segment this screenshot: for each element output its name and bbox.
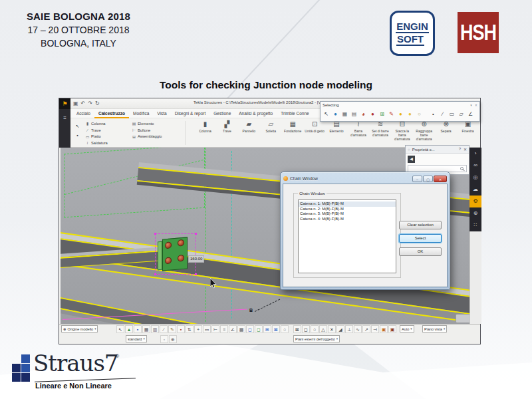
origin-target-icon[interactable]: ⊕ [169,335,177,343]
snap-mid-icon[interactable]: ≡ [220,325,228,333]
rect-snap-icon[interactable]: ▭ [448,109,456,120]
cloud-icon[interactable]: ☁ [469,184,481,196]
snap-perp-icon[interactable]: ⊢ [211,325,219,333]
colonna-item[interactable]: ▮Colonna [85,120,108,127]
snap-blue-icon[interactable]: ◻ [246,325,254,333]
snap-point-icon[interactable]: ▪ [177,325,185,333]
copy-icon[interactable]: ⊞ [378,109,386,120]
filter-arrow-icon[interactable]: ↗ [362,325,370,333]
snap-green-icon[interactable]: ◻ [255,325,263,333]
filter-corner-icon[interactable]: ◢ [336,325,344,333]
pen-icon[interactable]: ✎ [387,109,396,120]
bulb-off-icon[interactable]: ○ [415,109,424,120]
ok-button[interactable]: OK [399,247,442,256]
tab-disegni-report[interactable]: Disegni & report [171,109,210,118]
select-mode-icon[interactable]: ↖ [116,325,124,333]
filter-x-icon[interactable]: ✕ [328,325,336,333]
apps-icon[interactable]: ∷ [469,219,481,231]
globe-icon[interactable]: ⊕ [469,207,481,219]
snap-lines-icon[interactable]: ▥ [151,325,159,333]
tab-trimble-connect[interactable]: Trimble Conne [277,109,313,118]
filter-wave-icon[interactable]: ∿ [354,325,362,333]
junction-plate[interactable] [162,237,188,271]
snap-add-icon[interactable]: ⊞ [263,325,271,333]
standard-dropdown[interactable]: standard ▾ [126,335,147,342]
tab-modifica[interactable]: Modifica [129,109,153,118]
undo-icon[interactable]: ↶ [81,99,86,108]
select-button[interactable]: Select [399,234,442,243]
elemento-button[interactable]: ▤Elemento [326,120,348,141]
selection-handle[interactable] [154,233,156,235]
filter-cut-icon[interactable]: ⊣ [371,325,379,333]
save-icon[interactable]: ▣ [73,99,78,108]
line-snap-icon[interactable]: ∕ [438,109,447,120]
bulb-on2-icon[interactable]: ● [406,109,414,120]
colonna-button[interactable]: ▮Colonna [194,120,216,141]
snap-rect-icon[interactable]: ▭ [203,325,211,333]
piano-vista-dropdown[interactable]: Piano vista ▾ [422,325,447,332]
finestra-button[interactable]: ▣Finestra [457,120,479,141]
bullone-item[interactable]: ⊢Bullone [132,127,162,134]
lock-icon[interactable]: ◦ [160,335,168,343]
barra-armatura-button[interactable]: ≀Barra d'armatura [347,120,369,141]
help-icon[interactable]: ? [459,147,461,152]
selection-handle[interactable] [154,273,156,275]
snap-cross-icon[interactable]: ⊠ [272,325,280,333]
auto-dropdown[interactable]: Auto ▾ [400,325,414,332]
filter-box-orange-icon[interactable]: ▣ [380,325,388,333]
point-icon[interactable]: ● [368,109,377,120]
trave-button[interactable]: ▞Trave [216,120,238,141]
snap-plus-icon[interactable]: + [194,325,202,333]
unita-di-getto-button[interactable]: ⊡Unità di getto [304,120,326,141]
point-snap-icon[interactable]: • [429,109,438,120]
target-icon[interactable]: ◎ [469,172,481,184]
raggruppa-barre-button[interactable]: ⊕Raggruppa barre d'armatura [413,120,435,141]
bulb-on-icon[interactable]: ● [396,109,405,120]
dialog-minimize-icon[interactable]: ‒ [412,176,422,182]
toolbar-menu-icon[interactable]: ▾ [470,103,472,107]
chain-list-item[interactable]: Catena n. 3: M(B)-F(B)-M [299,211,396,217]
filter-perp-icon[interactable]: ⊥ [345,325,353,333]
select-arrow-icon[interactable]: ↖ [322,109,331,120]
snap-hatch-icon[interactable]: ▩ [237,325,245,333]
hamburger-menu-icon[interactable]: ≡ [59,115,70,121]
elemento-item[interactable]: ▤Elemento [132,120,162,127]
globe-icon[interactable]: ● [331,109,340,120]
snap-grid-icon[interactable]: ▦ [142,325,150,333]
pannello-button[interactable]: ▰Pannello [238,120,260,141]
collapse-chevron-icon[interactable]: › [469,148,481,160]
collapse-panel-button[interactable]: ◀ [408,156,415,163]
snap-move-icon[interactable]: ⇅ [186,325,194,333]
snap-diag-icon[interactable]: ∕ [160,325,168,333]
components-icon[interactable]: ▦ [340,109,349,120]
grid-icon[interactable]: ▤ [350,109,358,120]
tab-analisi-progetto[interactable]: Analisi & progetto [235,109,277,118]
assemblaggio-item[interactable]: ⊞Assemblaggio [132,133,162,140]
chain-list-item[interactable]: Catena n. 1: M(B)-F(B)-M [299,201,396,207]
piatto-item[interactable]: ▭Piatto [85,133,108,140]
dialog-close-icon[interactable]: ✕ [434,176,447,182]
snap-tree-icon[interactable]: ▲ [125,325,133,333]
stacca-barra-button[interactable]: ⊟Stacca la barra d'armatura [391,120,413,141]
chain-list-item[interactable]: Catena n. 4: M(B)-F(B)-M [299,217,396,222]
snap-circle-icon[interactable]: ○ [281,325,289,333]
chart-icon[interactable]: ◕ [359,109,368,120]
tab-calcestruzzo[interactable]: Calcestruzzo [94,109,129,118]
snap-pen-icon[interactable]: ✎ [168,325,176,333]
filter-all-icon[interactable]: ⊠ [293,325,301,333]
polygon-snap-icon[interactable]: ▱ [457,109,466,120]
close-icon[interactable]: ✕ [464,147,467,152]
origine-modello-dropdown[interactable]: ⊕ Origine modello ▾ [61,325,98,332]
toolbar-close-icon[interactable]: ✕ [475,103,477,107]
saldatura-item[interactable]: ≀Saldatura [85,140,108,146]
tekla-flag-icon[interactable]: ⚑ [59,98,70,109]
dialog-maximize-icon[interactable]: ▢ [423,176,433,182]
fondazione-button[interactable]: ▦Fondazione [282,120,304,141]
chain-list-item[interactable]: Catena n. 2: M(B)-F(B)-M [299,207,396,212]
filter-rect-icon[interactable]: ◻ [302,325,310,333]
tab-acciaio[interactable]: Acciaio [72,109,94,118]
soletta-button[interactable]: ▱Soletta [260,120,282,141]
link-icon[interactable]: ∞ [469,160,481,172]
dialog-titlebar[interactable]: Chain Window ‒▢✕ [283,174,448,183]
trave-item[interactable]: ∕Trave [85,127,108,134]
